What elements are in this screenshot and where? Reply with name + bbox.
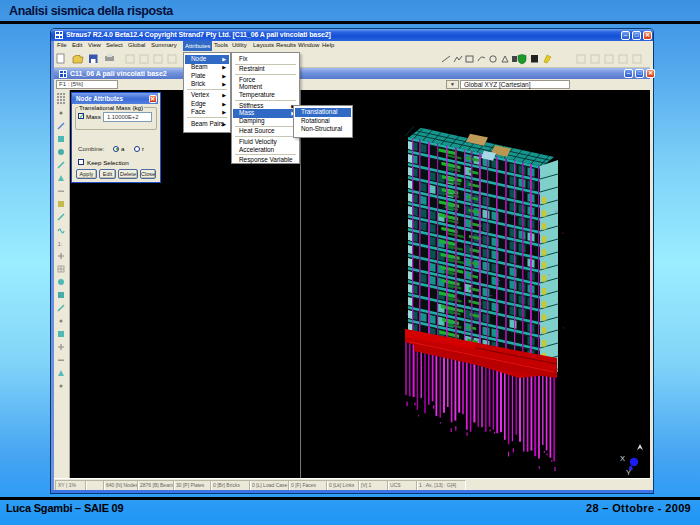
svg-text:1:: 1:: [58, 241, 63, 247]
svg-text:X: X: [620, 454, 625, 463]
